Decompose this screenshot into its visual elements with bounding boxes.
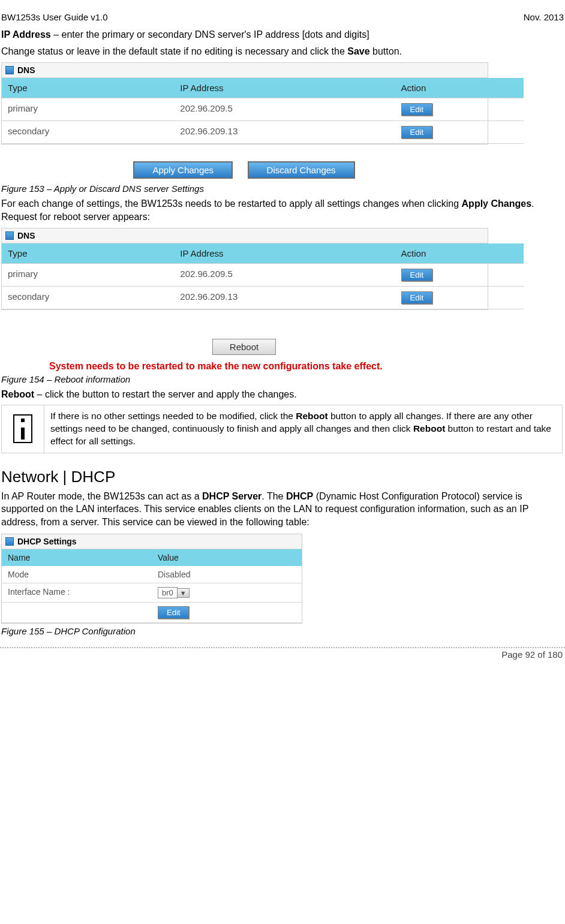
dns-header-row: Type IP Address Action: [2, 243, 488, 264]
ip-address-text: – enter the primary or secondary DNS ser…: [51, 29, 369, 40]
dns-title: DNS: [17, 231, 35, 240]
col-ip: IP Address: [174, 243, 395, 264]
interface-select[interactable]: br0: [158, 587, 178, 598]
info-b1: Reboot: [296, 411, 327, 421]
reboot-row: Reboot: [1, 339, 487, 355]
doc-date: Nov. 2013: [524, 12, 564, 22]
dns-panel-header: DNS: [2, 63, 488, 78]
page-header: BW1253s User Guide v1.0 Nov. 2013: [0, 12, 565, 25]
figure-155-caption: Figure 155 – DHCP Configuration: [1, 626, 563, 636]
col-ip: IP Address: [174, 78, 395, 98]
change-status-line: Change status or leave in the default st…: [1, 45, 563, 58]
edit-button[interactable]: Edit: [401, 103, 432, 116]
apply-discard-row: Apply Changes Discard Changes: [1, 161, 487, 179]
dns-action-cell: Edit: [395, 287, 524, 309]
change-status-post: button.: [370, 46, 402, 56]
dns-ip-cell: 202.96.209.5: [174, 98, 395, 121]
dhcp-col-value: Value: [152, 549, 302, 566]
info-note-box: If there is no other settings needed to …: [1, 405, 563, 453]
dns-row-secondary: secondary 202.96.209.13 Edit: [2, 287, 488, 309]
edit-button[interactable]: Edit: [401, 269, 432, 281]
app-icon: [5, 537, 14, 546]
section-heading-dhcp: Network | DHCP: [1, 468, 563, 486]
discard-changes-button[interactable]: Discard Changes: [248, 161, 355, 179]
dns-ip-cell: 202.96.209.13: [174, 287, 395, 309]
info-icon-cell: [2, 405, 44, 453]
app-icon: [5, 66, 14, 74]
dns-type-cell: secondary: [2, 287, 174, 309]
dns-screenshot-reboot: DNS Type IP Address Action primary 202.9…: [1, 228, 488, 310]
apply-changes-button[interactable]: Apply Changes: [133, 161, 233, 179]
dhcp-empty-cell: [2, 603, 152, 622]
dhcp-p-b1: DHCP Server: [202, 491, 262, 501]
dhcp-value-cell: br0▼: [152, 583, 302, 602]
dhcp-title: DHCP Settings: [17, 537, 77, 546]
dns-screenshot-apply: DNS Type IP Address Action primary 202.9…: [1, 62, 488, 145]
figure-154-caption: Figure 154 – Reboot information: [1, 374, 563, 384]
dns-action-cell: Edit: [395, 264, 524, 287]
dns-row-primary: primary 202.96.209.5 Edit: [2, 98, 488, 121]
dns-type-cell: secondary: [2, 121, 174, 144]
info-b2: Reboot: [413, 423, 445, 434]
dns-type-cell: primary: [2, 264, 174, 287]
edit-button[interactable]: Edit: [158, 606, 189, 619]
ip-address-desc: IP Address – enter the primary or second…: [1, 28, 563, 41]
dns-title: DNS: [17, 65, 35, 75]
info-icon: [13, 414, 32, 443]
col-action: Action: [395, 78, 524, 98]
apply-changes-para: For each change of settings, the BW1253s…: [1, 197, 563, 223]
dhcp-row-interface: Interface Name : br0▼: [2, 583, 302, 603]
edit-button[interactable]: Edit: [401, 126, 432, 139]
reboot-desc-line: Reboot – click the button to restart the…: [1, 388, 563, 401]
dns-ip-cell: 202.96.209.13: [174, 121, 395, 144]
doc-title: BW1253s User Guide v1.0: [1, 12, 108, 22]
dhcp-panel-header: DHCP Settings: [2, 534, 302, 549]
chevron-down-icon[interactable]: ▼: [177, 588, 190, 598]
dhcp-p-t1: In AP Router mode, the BW1253s can act a…: [1, 491, 202, 501]
reboot-label: Reboot: [1, 389, 34, 399]
info-note-text: If there is no other settings needed to …: [44, 405, 562, 453]
page-number: Page 92 of 180: [0, 649, 565, 660]
app-icon: [5, 231, 14, 240]
dhcp-row-action: Edit: [2, 603, 302, 623]
dns-header-row: Type IP Address Action: [2, 78, 488, 98]
dns-action-cell: Edit: [395, 121, 524, 144]
dhcp-p-t2: . The: [262, 491, 286, 501]
dhcp-settings-screenshot: DHCP Settings Name Value Mode Disabled I…: [1, 534, 302, 624]
dns-row-primary: primary 202.96.209.5 Edit: [2, 264, 488, 287]
save-word: Save: [347, 46, 369, 56]
dns-type-cell: primary: [2, 98, 174, 121]
reboot-button[interactable]: Reboot: [212, 339, 276, 355]
dhcp-row-mode: Mode Disabled: [2, 566, 302, 583]
col-type: Type: [2, 243, 174, 264]
dhcp-value-cell: Disabled: [152, 566, 302, 583]
dhcp-name-cell: Interface Name :: [2, 583, 152, 602]
footer-divider: [0, 647, 565, 648]
dns-ip-cell: 202.96.209.5: [174, 264, 395, 287]
reboot-desc-text: – click the button to restart the server…: [34, 389, 297, 399]
dns-panel-header: DNS: [2, 228, 488, 243]
dns-row-secondary: secondary 202.96.209.13 Edit: [2, 121, 488, 144]
col-action: Action: [395, 243, 524, 264]
col-type: Type: [2, 78, 174, 98]
dhcp-col-name: Name: [2, 549, 152, 566]
figure-153-caption: Figure 153 – Apply or Discard DNS server…: [1, 183, 563, 194]
change-status-pre: Change status or leave in the default st…: [1, 46, 347, 56]
apply-para-pre: For each change of settings, the BW1253s…: [1, 198, 462, 209]
apply-changes-bold: Apply Changes: [462, 198, 531, 209]
dhcp-action-cell: Edit: [152, 603, 302, 622]
dhcp-header-row: Name Value: [2, 549, 302, 566]
reboot-warning: System needs to be restarted to make the…: [49, 361, 535, 372]
info-t1: If there is no other settings needed to …: [50, 411, 296, 421]
dhcp-p-b2: DHCP: [286, 491, 313, 501]
edit-button[interactable]: Edit: [401, 291, 432, 304]
ip-address-label: IP Address: [1, 29, 51, 40]
dhcp-intro-para: In AP Router mode, the BW1253s can act a…: [1, 490, 563, 529]
dns-action-cell: Edit: [395, 98, 524, 121]
dhcp-name-cell: Mode: [2, 566, 152, 583]
